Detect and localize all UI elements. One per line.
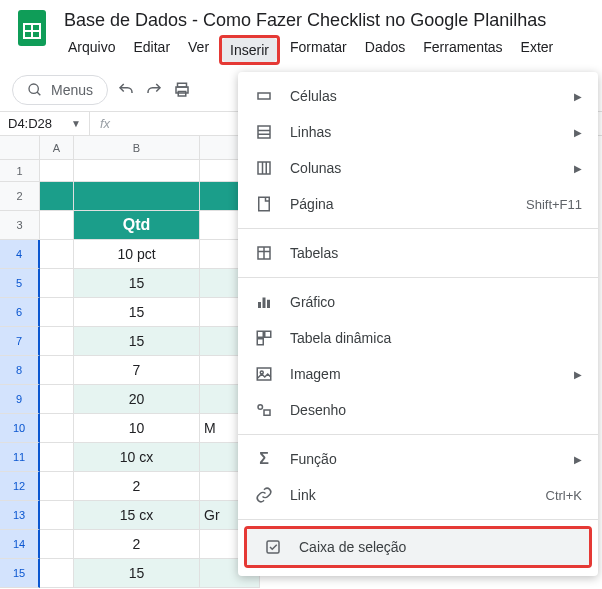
menu-ferramentas[interactable]: Ferramentas: [415, 35, 510, 65]
cell[interactable]: [40, 501, 74, 530]
menu-item-label: Caixa de seleção: [299, 539, 573, 555]
submenu-arrow-icon: ▶: [574, 127, 582, 138]
menu-item-label: Página: [290, 196, 510, 212]
search-menus[interactable]: Menus: [12, 75, 108, 105]
table-icon: [254, 243, 274, 263]
svg-point-4: [29, 84, 38, 93]
chart-icon: [254, 292, 274, 312]
cell[interactable]: [40, 356, 74, 385]
row-header[interactable]: 9: [0, 385, 40, 414]
cell[interactable]: [40, 443, 74, 472]
cell[interactable]: 15: [74, 559, 200, 588]
print-button[interactable]: [172, 80, 192, 100]
cell[interactable]: [40, 327, 74, 356]
menu-item-colunas[interactable]: Colunas ▶: [238, 150, 598, 186]
cell[interactable]: 10 cx: [74, 443, 200, 472]
menu-dados[interactable]: Dados: [357, 35, 413, 65]
row-header[interactable]: 15: [0, 559, 40, 588]
cell[interactable]: [74, 160, 200, 182]
menu-item-celulas[interactable]: Células ▶: [238, 78, 598, 114]
name-box[interactable]: D4:D28 ▼: [0, 112, 90, 135]
row-header[interactable]: 1: [0, 160, 40, 182]
menu-item-link[interactable]: Link Ctrl+K: [238, 477, 598, 513]
cell[interactable]: [40, 240, 74, 269]
menu-item-linhas[interactable]: Linhas ▶: [238, 114, 598, 150]
menu-separator: [238, 277, 598, 278]
menu-item-funcao[interactable]: Σ Função ▶: [238, 441, 598, 477]
menu-separator: [238, 228, 598, 229]
name-box-value: D4:D28: [8, 116, 52, 131]
highlight-caixa-selecao: Caixa de seleção: [244, 526, 592, 568]
menu-extensoes[interactable]: Exter: [513, 35, 562, 65]
cell[interactable]: 20: [74, 385, 200, 414]
col-header-b[interactable]: B: [74, 136, 200, 160]
chevron-down-icon: ▼: [71, 118, 81, 129]
cell[interactable]: [40, 160, 74, 182]
menu-item-label: Desenho: [290, 402, 582, 418]
cell[interactable]: 7: [74, 356, 200, 385]
row-header[interactable]: 10: [0, 414, 40, 443]
menu-shortcut: Ctrl+K: [546, 488, 582, 503]
menu-item-desenho[interactable]: Desenho: [238, 392, 598, 428]
document-title[interactable]: Base de Dados - Como Fazer Checklist no …: [60, 8, 602, 33]
row-header[interactable]: 4: [0, 240, 40, 269]
row-header[interactable]: 5: [0, 269, 40, 298]
svg-rect-25: [257, 339, 263, 345]
row-header[interactable]: 6: [0, 298, 40, 327]
row-header[interactable]: 11: [0, 443, 40, 472]
row-header[interactable]: 12: [0, 472, 40, 501]
cell[interactable]: [40, 559, 74, 588]
image-icon: [254, 364, 274, 384]
menu-item-label: Tabela dinâmica: [290, 330, 582, 346]
menu-item-pagina[interactable]: Página Shift+F11: [238, 186, 598, 222]
cell[interactable]: [40, 414, 74, 443]
menu-inserir[interactable]: Inserir: [222, 38, 277, 62]
menu-item-label: Gráfico: [290, 294, 582, 310]
row-header[interactable]: 8: [0, 356, 40, 385]
menu-item-tabela-dinamica[interactable]: Tabela dinâmica: [238, 320, 598, 356]
menu-formatar[interactable]: Formatar: [282, 35, 355, 65]
menu-item-caixa-selecao[interactable]: Caixa de seleção: [247, 529, 589, 565]
menu-arquivo[interactable]: Arquivo: [60, 35, 123, 65]
cell[interactable]: [40, 530, 74, 559]
cell[interactable]: [40, 385, 74, 414]
cell[interactable]: Qtd: [74, 211, 200, 240]
cell[interactable]: 15: [74, 269, 200, 298]
cell[interactable]: 2: [74, 472, 200, 501]
row-header[interactable]: 13: [0, 501, 40, 530]
menu-ver[interactable]: Ver: [180, 35, 217, 65]
svg-rect-30: [267, 541, 279, 553]
menu-shortcut: Shift+F11: [526, 197, 582, 212]
row-header[interactable]: 7: [0, 327, 40, 356]
redo-button[interactable]: [144, 80, 164, 100]
cell[interactable]: [40, 269, 74, 298]
svg-rect-22: [267, 300, 270, 308]
menu-item-grafico[interactable]: Gráfico: [238, 284, 598, 320]
sheets-logo[interactable]: [12, 8, 52, 48]
undo-button[interactable]: [116, 80, 136, 100]
cell[interactable]: 2: [74, 530, 200, 559]
cell[interactable]: [40, 472, 74, 501]
pivot-icon: [254, 328, 274, 348]
cell[interactable]: [40, 298, 74, 327]
svg-rect-9: [258, 93, 270, 99]
row-header[interactable]: 2: [0, 182, 40, 211]
col-header-a[interactable]: A: [40, 136, 74, 160]
cell[interactable]: 15: [74, 298, 200, 327]
cell[interactable]: 15 cx: [74, 501, 200, 530]
cell[interactable]: [40, 182, 74, 211]
submenu-arrow-icon: ▶: [574, 91, 582, 102]
cell[interactable]: 15: [74, 327, 200, 356]
menu-item-tabelas[interactable]: Tabelas: [238, 235, 598, 271]
select-all-corner[interactable]: [0, 136, 40, 160]
row-header[interactable]: 14: [0, 530, 40, 559]
cell[interactable]: [40, 211, 74, 240]
columns-icon: [254, 158, 274, 178]
row-header[interactable]: 3: [0, 211, 40, 240]
search-icon: [27, 82, 43, 98]
menu-item-imagem[interactable]: Imagem ▶: [238, 356, 598, 392]
cell[interactable]: 10: [74, 414, 200, 443]
cell[interactable]: [74, 182, 200, 211]
cell[interactable]: 10 pct: [74, 240, 200, 269]
menu-editar[interactable]: Editar: [125, 35, 178, 65]
